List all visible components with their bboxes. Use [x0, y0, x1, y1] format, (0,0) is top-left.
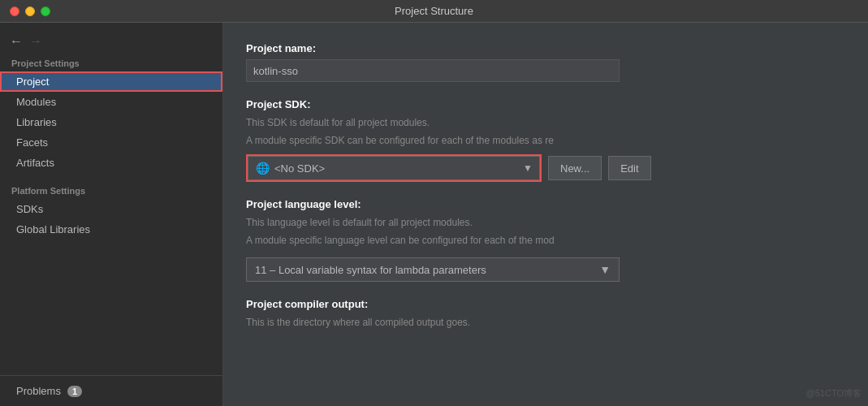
- content-panel: Project name: Project SDK: This SDK is d…: [223, 23, 868, 406]
- back-forward-row: ← →: [0, 29, 222, 54]
- sdk-value: <No SDK>: [274, 162, 325, 175]
- sidebar-item-sdks[interactable]: SDKs: [0, 199, 222, 219]
- sdk-globe-icon: 🌐: [255, 161, 270, 175]
- project-name-label: Project name:: [246, 42, 845, 54]
- sidebar-item-global-libraries[interactable]: Global Libraries: [0, 219, 222, 240]
- sdk-new-button[interactable]: New...: [548, 156, 602, 180]
- language-level-value: 11 – Local variable syntax for lambda pa…: [255, 264, 486, 276]
- back-arrow[interactable]: ←: [10, 34, 23, 49]
- minimize-button[interactable]: [25, 6, 35, 16]
- project-sdk-desc1: This SDK is default for all project modu…: [246, 115, 845, 130]
- forward-arrow[interactable]: →: [29, 34, 42, 49]
- sdk-row: 🌐 <No SDK> ▼ New... Edit: [246, 154, 845, 182]
- project-compiler-output-label: Project compiler output:: [246, 298, 845, 310]
- main-layout: ← → Project Settings Project Modules Lib…: [0, 23, 868, 406]
- sidebar-item-artifacts[interactable]: Artifacts: [0, 153, 222, 173]
- sidebar-item-libraries[interactable]: Libraries: [0, 112, 222, 132]
- watermark: @51CTO博客: [806, 387, 862, 400]
- sidebar-nav: ← → Project Settings Project Modules Lib…: [0, 23, 222, 243]
- window-title: Project Structure: [395, 5, 473, 17]
- lang-dropdown-arrow-icon: ▼: [599, 263, 611, 276]
- window-controls: [10, 6, 50, 16]
- sidebar-item-facets[interactable]: Facets: [0, 132, 222, 153]
- problems-label: Problems: [16, 385, 61, 397]
- sidebar: ← → Project Settings Project Modules Lib…: [0, 23, 223, 406]
- language-level-dropdown[interactable]: 11 – Local variable syntax for lambda pa…: [246, 257, 620, 282]
- sidebar-problems-row[interactable]: Problems 1: [0, 381, 222, 401]
- project-settings-section-title: Project Settings: [0, 54, 222, 71]
- sdk-edit-button[interactable]: Edit: [608, 156, 650, 180]
- project-compiler-output-desc: This is the directory where all compiled…: [246, 315, 845, 330]
- maximize-button[interactable]: [41, 6, 50, 16]
- language-level-dropdown-wrapper: 11 – Local variable syntax for lambda pa…: [246, 257, 620, 282]
- close-button[interactable]: [10, 6, 19, 16]
- project-language-level-label: Project language level:: [246, 198, 845, 210]
- project-language-level-desc1: This language level is default for all p…: [246, 215, 845, 230]
- sdk-dropdown-arrow-icon: ▼: [523, 162, 533, 174]
- project-name-input[interactable]: [246, 59, 620, 82]
- platform-settings-section-title: Platform Settings: [0, 181, 222, 199]
- project-sdk-desc2: A module specific SDK can be configured …: [246, 133, 845, 148]
- title-bar: Project Structure: [0, 0, 868, 23]
- sidebar-item-modules[interactable]: Modules: [0, 92, 222, 112]
- sidebar-item-project[interactable]: Project: [0, 71, 222, 92]
- project-sdk-label: Project SDK:: [246, 98, 845, 110]
- sdk-dropdown-wrapper: 🌐 <No SDK> ▼: [246, 154, 542, 182]
- sidebar-bottom: Problems 1: [0, 375, 222, 406]
- sdk-dropdown[interactable]: 🌐 <No SDK> ▼: [248, 156, 540, 180]
- problems-badge: 1: [67, 386, 82, 397]
- project-language-level-desc2: A module specific language level can be …: [246, 233, 845, 248]
